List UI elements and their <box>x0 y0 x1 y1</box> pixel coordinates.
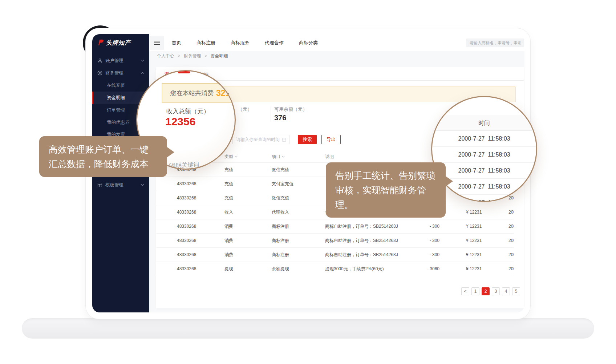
balance-stat-label: 可用余额（元） <box>274 106 307 113</box>
user-icon <box>97 58 102 63</box>
logo-subtext: ··········· <box>102 42 124 45</box>
menu-toggle-button[interactable] <box>150 36 164 50</box>
magnified-time-cell: 2000-7-27 11:58:03 <box>432 131 536 147</box>
table-row[interactable]: 48330268 消费 商标注册 商标自助注册，订单号：SB2514263J -… <box>156 248 514 262</box>
export-button[interactable]: 导出 <box>321 135 341 144</box>
nav-item-home[interactable]: 首页 <box>172 40 181 46</box>
nav-item-trademark-classes[interactable]: 商标分类 <box>299 40 318 46</box>
breadcrumb-home[interactable]: 个人中心 <box>157 53 174 58</box>
magnified-time-cell: 2000-7-27 11:58:03 <box>432 147 536 163</box>
col-type[interactable]: 类型 <box>224 151 264 163</box>
chevron-up-icon <box>141 72 144 74</box>
balance-stat-value: 376 <box>274 114 286 122</box>
sidebar-item-label: 资金明细 <box>107 95 125 101</box>
top-nav: 首页 商标注册 商标服务 代理合作 商标分类 <box>149 34 524 51</box>
finance-icon <box>97 70 102 76</box>
template-icon <box>97 182 102 187</box>
nav-item-trademark-register[interactable]: 商标注册 <box>196 40 215 46</box>
pagination-page-4[interactable]: 4 <box>502 287 510 295</box>
col-desc: 说明 <box>325 151 420 163</box>
calendar-icon[interactable] <box>282 137 286 142</box>
table-row[interactable]: 48330268 消费 商标注册 商标自助注册，订单号：SB2514263J -… <box>156 219 514 234</box>
tooltip-right: 告别手工统计、告别繁琐 审核，实现智能财务管 理。 <box>326 162 446 218</box>
sidebar-item-label: 在线充值 <box>107 82 125 89</box>
magnified-income-value: 12356 <box>165 116 195 128</box>
date-filter-input[interactable] <box>232 135 289 144</box>
trademark-search-input[interactable] <box>466 39 524 47</box>
breadcrumb-finance[interactable]: 财务管理 <box>184 53 201 58</box>
table-row[interactable]: 48330268 消费 商标注册 商标自助注册，订单号：SB2514263J -… <box>156 234 514 248</box>
nav-item-trademark-services[interactable]: 商标服务 <box>231 40 250 46</box>
breadcrumb-current: 资金明细 <box>210 53 228 58</box>
magnified-tab-underline <box>178 70 190 73</box>
pagination-page-3[interactable]: 3 <box>492 287 500 295</box>
middle-stat-label-partial: （元） <box>238 106 252 113</box>
table-row[interactable]: 48330268 提现 余额提现 提现3000元，手续费2%(60元) - 30… <box>156 262 514 276</box>
laptop-base <box>22 318 594 339</box>
sidebar-item-templates[interactable]: 模板管理 <box>92 179 149 191</box>
nav-item-agent-cooperation[interactable]: 代理合作 <box>265 40 284 46</box>
sidebar-item-label: 账户管理 <box>105 58 123 64</box>
page: 头牌知产 ··········· 账户管理 <box>0 0 616 364</box>
pagination: < 1 2 3 4 5 <box>461 287 520 295</box>
sort-caret-icon <box>235 156 238 158</box>
chevron-down-icon <box>141 60 144 62</box>
sidebar-item-finance[interactable]: 财务管理 <box>92 67 149 79</box>
sidebar-item-account[interactable]: 账户管理 <box>92 54 149 67</box>
pagination-page-2[interactable]: 2 <box>482 287 490 295</box>
pagination-prev-button[interactable]: < <box>461 287 469 295</box>
chevron-down-icon <box>141 184 144 186</box>
search-button[interactable]: 搜索 <box>298 135 317 144</box>
sort-caret-icon <box>282 156 285 158</box>
magnified-time-header: 时间 <box>432 115 536 131</box>
sidebar-item-label: 财务管理 <box>105 70 123 76</box>
magnified-income-label: 收入总额（元） <box>166 107 210 116</box>
sidebar-item-label: 我的优惠券 <box>107 120 130 126</box>
sidebar-item-recharge[interactable]: 在线充值 <box>92 79 149 92</box>
tooltip-left: 高效管理账户订单、一键 汇总数据，降低财务成本 <box>39 136 167 177</box>
col-project[interactable]: 项目 <box>272 151 321 163</box>
pagination-page-5[interactable]: 5 <box>512 287 520 295</box>
sidebar-item-label: 模板管理 <box>105 182 123 188</box>
nav-items: 首页 商标注册 商标服务 代理合作 商标分类 <box>172 34 318 51</box>
pagination-page-1[interactable]: 1 <box>471 287 479 295</box>
stat-divider <box>271 106 271 122</box>
breadcrumb: 个人中心 > 财务管理 > 资金明细 <box>157 53 228 59</box>
sidebar-item-label: 订单管理 <box>107 107 125 113</box>
